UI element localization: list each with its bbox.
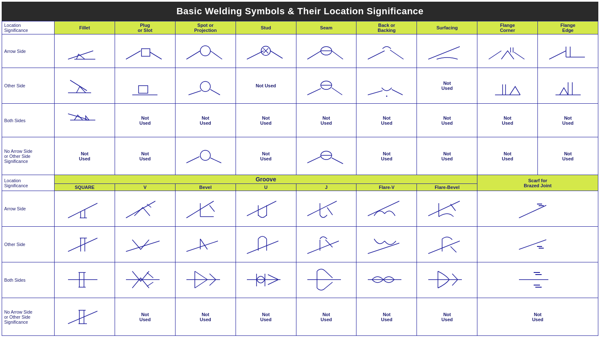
row-label-other-side-2: Other Side [2,227,55,262]
row-label-noarrow-2: No Arrow Sideor Other SideSignificance [2,298,55,336]
svg-line-109 [147,282,153,286]
col-header-plug: Plugor Slot [115,21,175,34]
svg-line-123 [325,282,333,288]
row-label-both-sides-1: Both Sides [2,104,55,137]
svg-line-23 [514,52,524,59]
svg-line-32 [189,91,201,95]
row-label-other-side-1: Other Side [2,68,55,104]
square-arrow-symbol [55,191,115,227]
page-wrapper: Basic Welding Symbols & Their Location S… [0,0,600,338]
square-noarrow-symbol [55,298,115,336]
flange-edge-other-symbol [538,68,598,104]
welding-symbols-table: LocationSignificance Fillet Plugor Slot … [2,21,598,336]
svg-point-52 [200,150,210,160]
scarf-both-symbol [477,262,598,298]
col-header-flange-edge: FlangeEdge [538,21,598,34]
fillet-both-symbol [55,104,115,137]
u-other-symbol [236,227,296,262]
flange-corner-other-symbol [477,68,538,104]
flange-corner-arrow-symbol [477,34,538,68]
spot-both-notused: NotUsed [175,104,236,137]
svg-line-5 [186,51,200,59]
svg-line-77 [451,204,456,211]
bevel-other-symbol [175,227,236,262]
surfacing-arrow-symbol [417,34,477,68]
scarf-noarrow-notused: NotUsed [477,298,598,336]
fillet-other-symbol [55,68,115,104]
svg-line-53 [210,158,221,163]
plug-other-symbol [115,68,175,104]
svg-line-86 [186,241,218,251]
col-header-flange-corner: FlangeCorner [477,21,538,34]
v-both-symbol [115,262,175,298]
svg-line-34 [210,89,220,95]
svg-line-114 [210,280,216,285]
svg-line-81 [68,238,97,251]
j-arrow-symbol [296,191,356,227]
svg-line-98 [451,246,456,252]
svg-point-40 [386,95,387,97]
flange-edge-arrow-symbol [538,34,598,68]
j-both-symbol [296,262,356,298]
svg-line-122 [325,271,333,278]
scarf-arrow-symbol [477,191,598,227]
svg-line-24 [549,51,566,59]
svg-line-13 [307,51,321,59]
svg-line-57 [332,158,343,164]
surfacing-other-notused: NotUsed [417,68,477,104]
svg-rect-3 [141,49,150,56]
svg-line-58 [68,203,97,218]
back-other-symbol [356,68,417,104]
svg-line-67 [210,205,215,212]
plug-arrow-symbol [115,34,175,68]
col-header-bevel: Bevel [175,184,236,191]
svg-line-7 [210,51,222,59]
seam-noarrow-symbol [296,137,356,175]
svg-rect-31 [139,86,148,93]
svg-line-35 [307,89,321,95]
svg-line-96 [428,241,460,254]
surfacing-noarrow-notused: NotUsed [417,137,477,175]
stud-arrow-symbol [236,34,296,68]
svg-line-17 [368,51,385,59]
svg-point-6 [200,46,210,56]
svg-line-127 [452,274,458,280]
svg-line-18 [390,50,403,59]
flarebevel-arrow-symbol [417,191,477,227]
flarev-both-symbol [356,262,417,298]
svg-line-113 [210,274,216,280]
seam-both-notused: NotUsed [296,104,356,137]
svg-line-112 [195,280,207,288]
v-other-symbol [115,227,175,262]
flarebevel-other-symbol [417,227,477,262]
back-both-notused: NotUsed [356,104,417,137]
svg-line-95 [368,243,399,254]
svg-line-41 [392,89,403,95]
row-label-arrow-side-1: Arrow Side [2,34,55,68]
plug-both-notused: NotUsed [115,104,175,137]
spot-other-symbol [175,68,236,104]
groove-section-header: Groove [55,175,477,184]
flange-edge-noarrow-notused: NotUsed [538,137,598,175]
plug-noarrow-notused: NotUsed [115,137,175,175]
svg-line-51 [186,157,199,163]
svg-line-128 [452,280,458,285]
flarev-other-symbol [356,227,417,262]
col-header-spot: Spot orProjection [175,21,236,34]
scarf-other-symbol [477,227,598,262]
svg-line-50 [68,114,87,119]
v-noarrow-notused: NotUsed [115,298,175,336]
svg-line-68 [247,201,276,216]
svg-line-134 [68,311,97,324]
flange-corner-both-notused: NotUsed [477,104,538,137]
svg-line-71 [307,201,337,216]
col-header-fillet: Fillet [55,21,115,34]
square-both-symbol [55,262,115,298]
bevel-noarrow-notused: NotUsed [175,298,236,336]
back-noarrow-notused: NotUsed [356,137,417,175]
fillet-noarrow-notused: NotUsed [55,137,115,175]
col-header-v: V [115,184,175,191]
surfacing-both-notused: NotUsed [417,104,477,137]
col-header-seam: Seam [296,21,356,34]
svg-line-119 [268,280,278,285]
